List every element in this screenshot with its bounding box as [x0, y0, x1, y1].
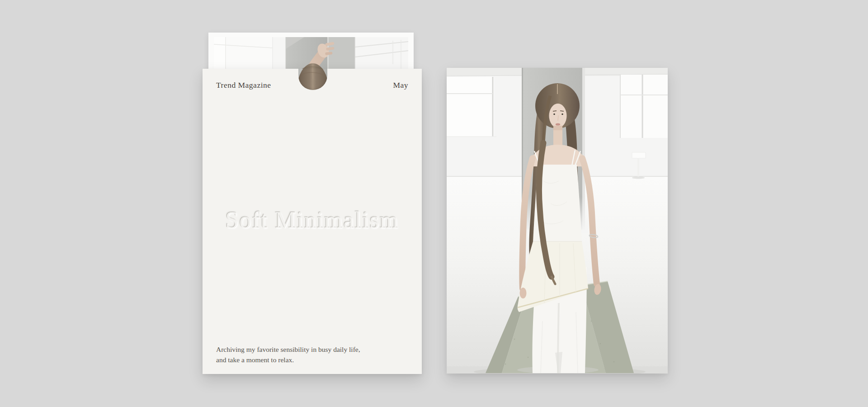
- model-photo-art: [447, 68, 668, 374]
- tagline-line-2: and take a moment to relax.: [216, 356, 294, 364]
- peek-photo-art: [214, 37, 408, 69]
- issue-month: May: [393, 80, 408, 90]
- magazine-cover: Trend Magazine May Soft Minimalism Archi…: [203, 69, 422, 374]
- cover-tagline: Archiving my favorite sensibility in bus…: [216, 345, 360, 365]
- design-board: Trend Magazine May Soft Minimalism Archi…: [0, 0, 868, 407]
- tagline-line-1: Archiving my favorite sensibility in bus…: [216, 345, 360, 353]
- peek-photo: [214, 37, 408, 69]
- model-photo: [447, 68, 668, 374]
- cover-title: Soft Minimalism: [203, 207, 422, 233]
- masthead: Trend Magazine: [216, 80, 271, 90]
